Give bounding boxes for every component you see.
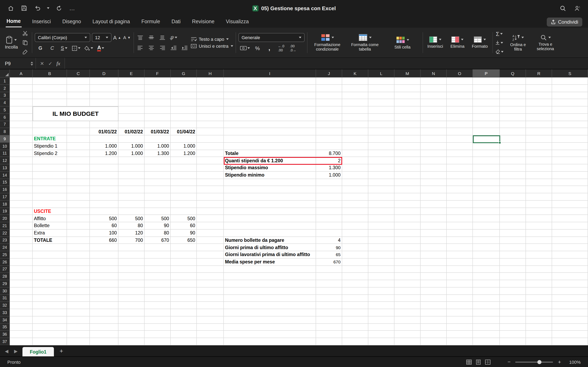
cell-R13[interactable]	[526, 164, 552, 172]
cell-M31[interactable]	[394, 295, 421, 302]
cell-L5[interactable]	[368, 106, 394, 114]
cell-H15[interactable]	[197, 179, 224, 186]
cell-F16[interactable]	[145, 186, 171, 193]
font-size-select[interactable]: 12	[92, 33, 112, 42]
cell-H31[interactable]	[197, 295, 224, 302]
cell-D17[interactable]	[90, 193, 118, 201]
cell-R36[interactable]	[526, 331, 552, 338]
cell-M26[interactable]	[394, 259, 421, 266]
cell-J10[interactable]	[316, 143, 342, 150]
cell-F8[interactable]: 01/03/22	[145, 128, 171, 136]
cell-S8[interactable]	[552, 128, 588, 136]
cell-S37[interactable]	[552, 338, 588, 345]
cell-H16[interactable]	[197, 186, 224, 193]
cell-G3[interactable]	[171, 92, 197, 99]
cell-J2[interactable]	[316, 85, 342, 92]
cell-E19[interactable]	[118, 208, 145, 215]
cell-E23[interactable]: 700	[118, 237, 145, 244]
cell-L1[interactable]	[368, 77, 394, 85]
cell-A8[interactable]	[10, 128, 33, 136]
cell-A9[interactable]	[10, 135, 33, 143]
cell-D26[interactable]	[90, 259, 118, 266]
cell-B22[interactable]: Extra	[33, 230, 67, 237]
cell-O13[interactable]	[447, 164, 473, 172]
cell-H18[interactable]	[197, 201, 224, 208]
tab-inserisci[interactable]: Inserisci	[31, 17, 52, 27]
cell-Q16[interactable]	[500, 186, 526, 193]
cell-B31[interactable]	[33, 295, 67, 302]
cell-M6[interactable]	[394, 114, 421, 121]
cell-G16[interactable]	[171, 186, 197, 193]
cell-F2[interactable]	[145, 85, 171, 92]
cell-B11[interactable]: Stipendio 2	[33, 150, 67, 157]
cell-D16[interactable]	[90, 186, 118, 193]
cell-I14[interactable]: Stipendio minimo	[224, 172, 316, 179]
cell-I15[interactable]	[224, 179, 316, 186]
cell-F38[interactable]	[145, 345, 171, 346]
cell-Q20[interactable]	[500, 215, 526, 222]
row-header-14[interactable]: 14	[0, 172, 10, 179]
cell-K17[interactable]	[342, 193, 368, 201]
cell-S17[interactable]	[552, 193, 588, 201]
cell-M25[interactable]	[394, 251, 421, 259]
column-header-D[interactable]: D	[90, 69, 118, 77]
cell-S26[interactable]	[552, 259, 588, 266]
cell-I34[interactable]	[224, 317, 316, 324]
cell-E10[interactable]: 1.000	[118, 143, 145, 150]
cell-M34[interactable]	[394, 317, 421, 324]
share-button[interactable]: Condividi	[546, 17, 582, 26]
cell-L30[interactable]	[368, 287, 394, 295]
cell-D20[interactable]: 500	[90, 215, 118, 222]
cell-D4[interactable]	[90, 99, 118, 107]
cell-H36[interactable]	[197, 331, 224, 338]
format-as-table-button[interactable]: Formatta come tabella	[347, 34, 382, 51]
cell-S19[interactable]	[552, 208, 588, 215]
redo-icon[interactable]	[55, 4, 63, 12]
cell-O33[interactable]	[447, 309, 473, 317]
cell-P32[interactable]	[473, 302, 500, 309]
cell-L9[interactable]	[368, 135, 394, 143]
cell-F4[interactable]	[145, 99, 171, 107]
cell-H9[interactable]	[197, 135, 224, 143]
cell-P36[interactable]	[473, 331, 500, 338]
cell-I7[interactable]	[224, 121, 316, 128]
cell-C38[interactable]	[67, 345, 90, 346]
cell-Q6[interactable]	[500, 114, 526, 121]
row-header-34[interactable]: 34	[0, 317, 10, 324]
sheet-tab-foglio1[interactable]: Foglio1	[22, 347, 54, 356]
cell-D28[interactable]	[90, 273, 118, 280]
cell-K6[interactable]	[342, 114, 368, 121]
cell-H2[interactable]	[197, 85, 224, 92]
cell-E37[interactable]	[118, 338, 145, 345]
row-header-8[interactable]: 8	[0, 128, 10, 136]
cell-P15[interactable]	[473, 179, 500, 186]
cell-H25[interactable]	[197, 251, 224, 259]
cell-P31[interactable]	[473, 295, 500, 302]
clear-button[interactable]	[495, 48, 503, 56]
cell-O22[interactable]	[447, 230, 473, 237]
cell-D21[interactable]: 60	[90, 222, 118, 230]
cell-M22[interactable]	[394, 230, 421, 237]
cell-G10[interactable]: 1.000	[171, 143, 197, 150]
cell-I19[interactable]	[224, 208, 316, 215]
cell-Q30[interactable]	[500, 287, 526, 295]
home-icon[interactable]	[7, 4, 15, 12]
cell-A33[interactable]	[10, 309, 33, 317]
cell-C33[interactable]	[67, 309, 90, 317]
sheet-next-icon[interactable]: ▶	[14, 349, 17, 354]
row-header-1[interactable]: 1	[0, 77, 10, 85]
cell-E32[interactable]	[118, 302, 145, 309]
cell-C20[interactable]	[67, 215, 90, 222]
column-header-B[interactable]: B	[33, 69, 67, 77]
column-header-I[interactable]: I	[224, 69, 316, 77]
cell-Q25[interactable]	[500, 251, 526, 259]
cell-H12[interactable]	[197, 157, 224, 165]
cell-N33[interactable]	[421, 309, 447, 317]
cell-K24[interactable]	[342, 244, 368, 251]
cell-R4[interactable]	[526, 99, 552, 107]
cell-S14[interactable]	[552, 172, 588, 179]
cell-J30[interactable]	[316, 287, 342, 295]
cell-K26[interactable]	[342, 259, 368, 266]
cell-H3[interactable]	[197, 92, 224, 99]
cell-I3[interactable]	[224, 92, 316, 99]
